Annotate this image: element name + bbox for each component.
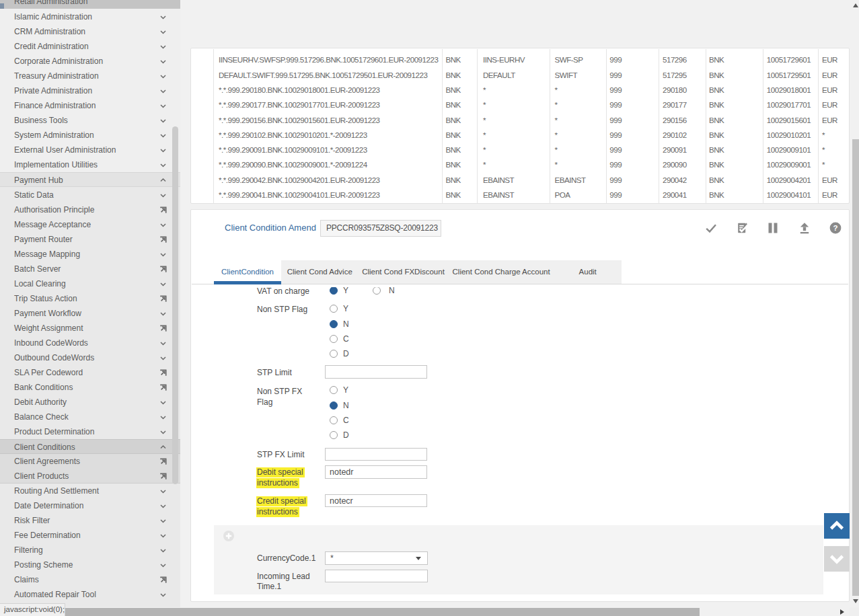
non-stp-fx-flag-radio-c[interactable]	[330, 416, 338, 424]
credit-special-instructions-input[interactable]	[325, 494, 427, 507]
sidebar-item-system-administration[interactable]: System Administration	[0, 128, 180, 143]
help-icon[interactable]: ?	[829, 221, 842, 235]
sidebar-item-client-conditions[interactable]: Client Conditions	[0, 439, 180, 454]
sidebar-item-product-determination[interactable]: Product Determination	[0, 424, 180, 439]
sidebar-item-label: Message Mapping	[14, 247, 80, 262]
sidebar-item-filtering[interactable]: Filtering	[0, 543, 180, 557]
table-row[interactable]: *.*.999.290090.BNK.10029009001.*-2009122…	[191, 157, 849, 172]
non-stp-flag-radio-d[interactable]	[330, 350, 338, 358]
sidebar-item-inbound-codewords[interactable]: Inbound CodeWords	[0, 336, 180, 350]
sidebar-item-debit-authority[interactable]: Debit Authority	[0, 395, 180, 410]
sidebar-item-corporate-administration[interactable]: Corporate Administration	[0, 54, 180, 69]
sidebar-item-message-mapping[interactable]: Message Mapping	[0, 247, 180, 262]
sidebar-item-sla-per-codeword[interactable]: SLA Per Codeword	[0, 365, 180, 380]
vat-on-charge-radio-n[interactable]	[373, 287, 381, 295]
sidebar-item-balance-check[interactable]: Balance Check	[0, 410, 180, 424]
sidebar-item-static-data[interactable]: Static Data	[0, 188, 180, 202]
sidebar-item-payment-hub[interactable]: Payment Hub	[0, 172, 180, 187]
tab-client-cond-advice[interactable]: Client Cond Advice	[281, 260, 359, 284]
confirm-check-icon[interactable]	[704, 221, 718, 235]
sidebar-item-bank-conditions[interactable]: Bank Conditions	[0, 380, 180, 395]
scroll-to-top-button[interactable]	[824, 513, 850, 539]
sidebar-item-label: Treasury Administration	[14, 69, 99, 83]
non-stp-flag-radio-y[interactable]	[330, 305, 338, 313]
scrollbar-right-arrow-icon[interactable]	[840, 609, 844, 615]
sidebar-item-payment-router[interactable]: Payment Router	[0, 232, 180, 247]
tab-client-cond-fxdiscount[interactable]: Client Cond FXDiscount	[359, 260, 449, 284]
sidebar-item-finance-administration[interactable]: Finance Administration	[0, 98, 180, 113]
table-row[interactable]: *.*.999.290180.BNK.10029018001.EUR-20091…	[191, 83, 849, 98]
currencycode-1-select[interactable]: *	[325, 551, 428, 565]
sidebar-item-trip-status-action[interactable]: Trip Status Action	[0, 291, 180, 306]
table-cell: BNK	[442, 188, 477, 202]
sidebar-item-fee-determination[interactable]: Fee Determination	[0, 528, 180, 543]
stp-fx-limit-input[interactable]	[325, 448, 427, 461]
sidebar-item-client-agreements[interactable]: Client Agreements	[0, 454, 180, 469]
sidebar-item-islamic-administration[interactable]: Islamic Administration	[0, 9, 180, 24]
non-stp-fx-flag-radio-d[interactable]	[330, 431, 338, 439]
field-label-currencycode-1: CurrencyCode.1	[257, 553, 319, 564]
sidebar-item-automated-repair-tool[interactable]: Automated Repair Tool	[0, 587, 180, 602]
horizontal-scrollbar[interactable]	[0, 607, 850, 616]
sidebar-item-date-determination[interactable]: Date Determination	[0, 498, 180, 513]
hold-pause-icon[interactable]	[766, 221, 780, 235]
vertical-scrollbar-thumb[interactable]	[852, 139, 859, 596]
upload-icon[interactable]	[798, 221, 811, 235]
horizontal-scrollbar-thumb[interactable]	[9, 608, 700, 616]
table-row[interactable]: DEFAULT.SWIFT.999.517295.BNK.10051729501…	[191, 68, 849, 83]
table-row[interactable]: *.*.999.290041.BNK.10029004101.EUR-20091…	[191, 188, 849, 202]
table-row[interactable]: *.*.999.290091.BNK.10029009101.*-2009122…	[191, 143, 849, 157]
sidebar-item-risk-filter[interactable]: Risk Filter	[0, 513, 180, 528]
table-row[interactable]: *.*.999.290102.BNK.10029010201.*-2009122…	[191, 128, 849, 143]
sidebar-item-implementation-utilities[interactable]: Implementation Utilities	[0, 157, 180, 172]
vertical-scrollbar[interactable]	[852, 0, 859, 607]
field-label-non-stp-fx-flag: Non STP FX Flag	[257, 386, 319, 408]
sidebar-item-message-acceptance[interactable]: Message Acceptance	[0, 217, 180, 232]
sidebar-item-authorisation-principle[interactable]: Authorisation Principle	[0, 202, 180, 217]
scroll-to-bottom-button[interactable]	[824, 546, 850, 572]
table-row[interactable]: *.*.999.290177.BNK.10029017701.EUR-20091…	[191, 98, 849, 112]
tab-client-cond-charge-account[interactable]: Client Cond Charge Account	[449, 260, 554, 284]
debit-special-instructions-input[interactable]	[325, 465, 427, 479]
non-stp-fx-flag-radio-y[interactable]	[330, 386, 338, 394]
scrollbar-corner	[850, 607, 859, 616]
chevron-down-icon	[159, 58, 167, 65]
vat-on-charge-radio-y[interactable]	[330, 287, 338, 295]
sidebar-item-payment-workflow[interactable]: Payment Workflow	[0, 306, 180, 321]
table-cell: EBAINST	[477, 173, 550, 188]
radio-option-label: Y	[343, 385, 348, 395]
sidebar-item-batch-server[interactable]: Batch Server	[0, 262, 180, 276]
sidebar-item-retail-administration[interactable]: Retail Administration	[0, 0, 180, 9]
table-row[interactable]: *.*.999.290042.BNK.10029004201.EUR-20091…	[191, 173, 849, 188]
scrollbar-down-arrow-icon[interactable]	[853, 599, 858, 603]
sidebar-item-client-products[interactable]: Client Products	[0, 469, 180, 484]
table-row[interactable]: *.*.999.290156.BNK.10029015601.EUR-20091…	[191, 113, 849, 128]
sidebar-item-routing-and-settlement[interactable]: Routing And Settlement	[0, 484, 180, 498]
chevron-down-icon	[159, 310, 167, 317]
sidebar-item-crm-administration[interactable]: CRM Administration	[0, 24, 180, 39]
sidebar-item-treasury-administration[interactable]: Treasury Administration	[0, 69, 180, 83]
non-stp-flag-radio-c[interactable]	[330, 335, 338, 343]
sidebar-item-external-user-administration[interactable]: External User Administration	[0, 143, 180, 157]
non-stp-flag-radio-n[interactable]	[330, 320, 338, 328]
sidebar-item-posting-scheme[interactable]: Posting Scheme	[0, 557, 180, 572]
table-cell: *.*.999.290042.BNK.10029004201.EUR-20091…	[213, 173, 443, 188]
incoming-lead-time-1-input[interactable]	[325, 570, 428, 582]
tab-audit[interactable]: Audit	[554, 260, 622, 284]
non-stp-fx-flag-radio-n[interactable]	[330, 401, 338, 410]
sidebar-scrollbar-thumb[interactable]	[172, 126, 178, 484]
stp-limit-input[interactable]	[325, 365, 427, 379]
sidebar-item-outbound-codewords[interactable]: Outbound CodeWords	[0, 350, 180, 365]
table-row[interactable]: IINSEURHV.SWFSP.999.517296.BNK.100517296…	[191, 52, 849, 67]
authorize-document-icon[interactable]	[735, 221, 749, 235]
scrollbar-up-arrow-icon[interactable]	[853, 3, 858, 7]
sidebar-item-business-tools[interactable]: Business Tools	[0, 113, 180, 128]
sidebar-item-local-clearing[interactable]: Local Clearing	[0, 276, 180, 291]
radio-option-label: Y	[343, 303, 348, 314]
sidebar-item-private-administration[interactable]: Private Administration	[0, 83, 180, 98]
sidebar-item-claims[interactable]: Claims	[0, 572, 180, 587]
sidebar-item-weight-assignment[interactable]: Weight Assignment	[0, 321, 180, 336]
table-cell: *.*.999.290091.BNK.10029009101.*-2009122…	[213, 143, 443, 157]
sidebar-item-credit-administration[interactable]: Credit Administration	[0, 39, 180, 54]
add-row-button[interactable]	[223, 531, 234, 541]
